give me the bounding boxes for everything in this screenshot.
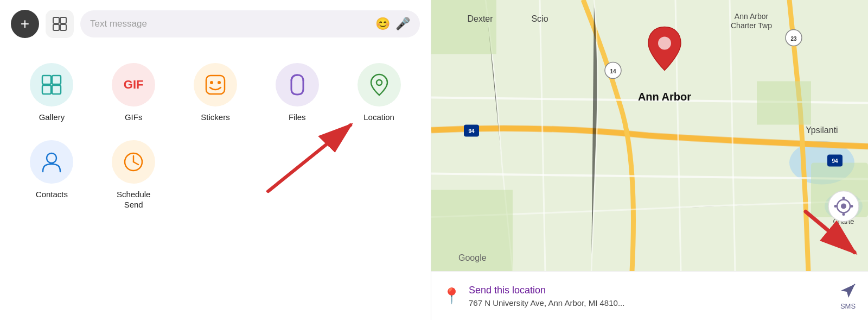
svg-text:Ann Arbor: Ann Arbor (638, 91, 691, 103)
svg-rect-6 (42, 85, 51, 94)
svg-text:94: 94 (468, 128, 475, 134)
svg-point-11 (376, 80, 382, 85)
map-svg: 94 14 23 94 Dexter Scio Ann Arbor Charte… (431, 0, 868, 271)
gallery-icon (40, 73, 63, 96)
gallery-label: Gallery (39, 112, 65, 123)
message-placeholder: Text message (90, 18, 370, 29)
stickers-item[interactable]: Stickers (175, 54, 257, 131)
svg-text:Ann Arbor: Ann Arbor (735, 12, 769, 21)
svg-point-49 (841, 204, 846, 209)
svg-rect-2 (53, 24, 59, 30)
schedule-label: ScheduleSend (117, 189, 151, 210)
clock-icon (122, 150, 145, 173)
svg-point-50 (843, 197, 845, 199)
svg-rect-26 (431, 0, 496, 54)
svg-line-15 (133, 162, 138, 165)
gallery-quick-button[interactable] (46, 10, 74, 38)
svg-point-10 (218, 81, 221, 84)
svg-text:23: 23 (790, 36, 797, 42)
files-item[interactable]: Files (256, 54, 338, 131)
right-panel: 94 14 23 94 Dexter Scio Ann Arbor Charte… (431, 0, 868, 320)
svg-text:Charter Twp: Charter Twp (731, 21, 772, 30)
stickers-circle (194, 63, 237, 106)
svg-point-46 (658, 37, 671, 50)
location-label: Location (363, 112, 394, 123)
contacts-label: Contacts (36, 189, 68, 200)
svg-text:Dexter: Dexter (467, 14, 493, 23)
svg-point-9 (210, 81, 213, 84)
sms-label: SMS (840, 302, 856, 310)
gif-text-icon: GIF (124, 78, 144, 92)
gallery-item[interactable]: Gallery (11, 54, 93, 131)
icons-container: Gallery GIF GIFs Stick (11, 54, 420, 219)
location-item[interactable]: Location (338, 54, 420, 131)
location-bar: 📍 Send this location 767 N University Av… (431, 271, 868, 320)
location-icon (369, 73, 390, 97)
gallery-circle (30, 63, 73, 106)
svg-rect-0 (53, 17, 59, 23)
attachment-icons-grid: Gallery GIF GIFs Stick (11, 54, 420, 219)
schedule-item[interactable]: ScheduleSend (93, 131, 175, 219)
svg-rect-4 (42, 76, 51, 84)
left-panel: + Text message 😊 🎤 (0, 0, 431, 320)
send-location-title: Send this location (469, 285, 624, 296)
add-button[interactable]: + (11, 10, 39, 38)
send-icon (839, 281, 857, 300)
sticker-icon (203, 73, 227, 97)
sms-send-button[interactable]: SMS (839, 281, 857, 310)
svg-text:Google: Google (458, 253, 487, 262)
svg-rect-5 (52, 76, 61, 84)
emoji-button[interactable]: 😊 (375, 17, 390, 31)
schedule-circle (112, 140, 155, 184)
gifs-item[interactable]: GIF GIFs (93, 54, 175, 131)
svg-rect-1 (60, 17, 66, 23)
svg-text:Scio: Scio (531, 14, 548, 23)
message-input-bar[interactable]: Text message 😊 🎤 (80, 10, 420, 37)
svg-rect-8 (206, 76, 225, 94)
location-circle (358, 63, 401, 106)
svg-rect-7 (52, 85, 61, 94)
contacts-circle (30, 140, 73, 184)
gifs-circle: GIF (112, 63, 155, 106)
svg-point-51 (843, 213, 845, 216)
svg-text:94: 94 (832, 158, 838, 164)
mic-button[interactable]: 🎤 (395, 17, 410, 31)
stickers-label: Stickers (201, 112, 229, 123)
paperclip-icon (287, 73, 308, 97)
files-label: Files (289, 112, 306, 123)
svg-text:14: 14 (610, 68, 616, 74)
person-icon (41, 150, 62, 174)
svg-rect-3 (60, 24, 66, 30)
svg-text:Ypsilanti: Ypsilanti (806, 126, 838, 135)
map-container[interactable]: 94 14 23 94 Dexter Scio Ann Arbor Charte… (431, 0, 868, 271)
location-pin-icon: 📍 (442, 287, 461, 305)
location-info: 📍 Send this location 767 N University Av… (442, 285, 624, 308)
gifs-label: GIFs (125, 112, 143, 123)
svg-point-52 (834, 205, 837, 208)
svg-rect-27 (757, 81, 811, 125)
svg-point-53 (851, 205, 853, 208)
gallery-quick-icon (52, 16, 67, 32)
svg-point-12 (47, 153, 56, 163)
location-address: 767 N University Ave, Ann Arbor, MI 4810… (469, 298, 624, 308)
plus-icon: + (21, 16, 29, 32)
contacts-item[interactable]: Contacts (11, 131, 93, 219)
location-text: Send this location 767 N University Ave,… (469, 285, 624, 308)
files-circle (276, 63, 319, 106)
top-bar: + Text message 😊 🎤 (11, 10, 420, 38)
